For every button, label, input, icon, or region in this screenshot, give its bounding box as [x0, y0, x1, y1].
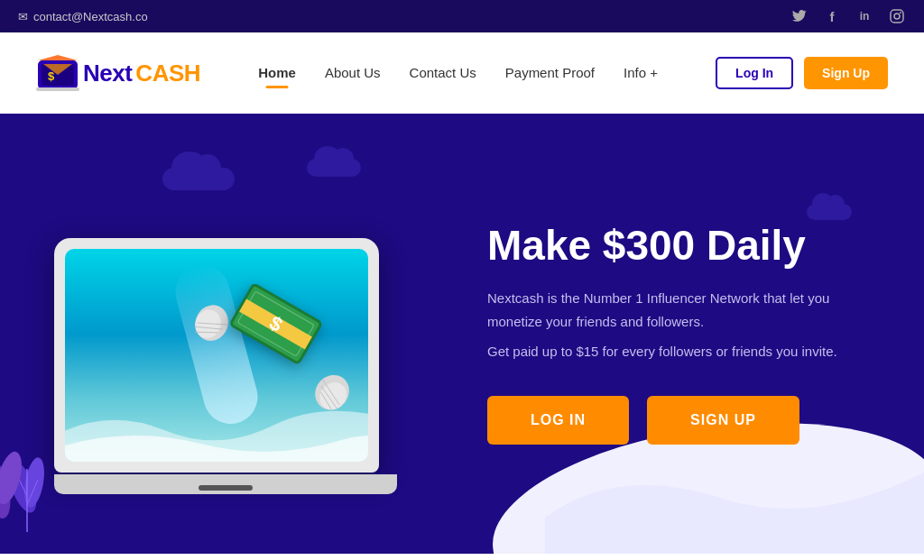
facebook-icon[interactable]: f [823, 7, 841, 25]
nav-item-info[interactable]: Info + [624, 65, 658, 81]
laptop-base [54, 474, 397, 494]
hero-buttons: LOG IN SIGN UP [487, 396, 879, 445]
hero-login-button[interactable]: LOG IN [487, 396, 629, 445]
laptop: $ [54, 238, 397, 536]
nav-item-payment[interactable]: Payment Proof [505, 65, 595, 81]
hero-desc-1: Nextcash is the Number 1 Influencer Netw… [487, 287, 866, 333]
logo[interactable]: $ NextCASH [36, 55, 200, 91]
social-links: f in [790, 7, 906, 25]
nav-item-about[interactable]: About Us [325, 65, 381, 81]
hero-title: Make $300 Daily [487, 223, 879, 269]
logo-text-cash: CASH [135, 60, 200, 87]
instagram-icon[interactable] [888, 7, 906, 25]
hero-desc-2: Get paid up to $15 for every followers o… [487, 340, 866, 363]
plant-decoration-right [0, 415, 27, 545]
hero-section: $ Make $300 Daily Nextcash is the Number… [0, 114, 924, 554]
nav-item-contact[interactable]: Contact Us [410, 65, 476, 81]
navbar: $ NextCASH Home About Us Contact Us Paym… [0, 32, 924, 114]
nav-cta: Log In Sign Up [716, 57, 888, 89]
twitter-icon[interactable] [790, 7, 808, 25]
login-button[interactable]: Log In [716, 57, 793, 89]
svg-point-2 [900, 12, 901, 14]
contact-email: contact@Nextcash.co [33, 10, 148, 23]
logo-text-next: Next [83, 60, 132, 87]
signup-button[interactable]: Sign Up [804, 57, 888, 89]
svg-point-1 [894, 14, 900, 19]
svg-rect-0 [891, 10, 903, 23]
nav-item-home[interactable]: Home [258, 65, 296, 81]
hero-content: Make $300 Daily Nextcash is the Number 1… [469, 187, 924, 480]
svg-text:$: $ [48, 69, 55, 83]
topbar: ✉ contact@Nextcash.co f in [0, 0, 924, 32]
svg-point-14 [0, 449, 26, 507]
hero-illustration: $ [0, 114, 469, 554]
linkedin-icon[interactable]: in [855, 7, 873, 25]
svg-rect-7 [36, 87, 79, 91]
mail-icon: ✉ [18, 10, 28, 23]
topbar-email: ✉ contact@Nextcash.co [18, 10, 148, 23]
logo-icon: $ [36, 55, 79, 91]
nav-links: Home About Us Contact Us Payment Proof I… [258, 65, 658, 81]
hero-signup-button[interactable]: SIGN UP [647, 396, 799, 445]
